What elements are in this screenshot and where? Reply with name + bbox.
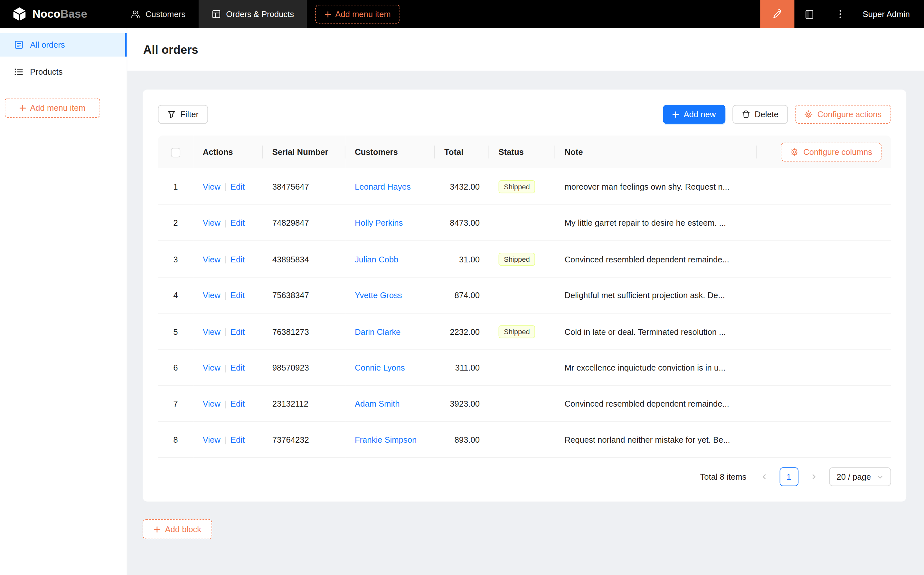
edit-link[interactable]: Edit: [230, 254, 244, 264]
pagination-next-button[interactable]: [804, 467, 823, 486]
status-cell: [489, 277, 555, 313]
row-actions-cell: ViewEdit: [193, 313, 263, 349]
edit-link[interactable]: Edit: [230, 399, 244, 408]
edit-link[interactable]: Edit: [230, 363, 244, 372]
row-actions-cell: ViewEdit: [193, 422, 263, 458]
nocobase-logo[interactable]: NocoBase: [0, 0, 118, 28]
customer-cell: Julian Cobb: [345, 241, 435, 277]
add-new-button[interactable]: Add new: [663, 105, 725, 124]
customer-link[interactable]: Yvette Gross: [355, 291, 402, 300]
configure-actions-label: Configure actions: [818, 110, 881, 119]
nav-item-orders-products[interactable]: Orders & Products: [198, 0, 307, 28]
table-toolbar: Filter Add new: [158, 105, 891, 124]
row-actions-cell: ViewEdit: [193, 205, 263, 241]
main-layout: All orders Products Add menu item: [0, 28, 924, 575]
row-config-cell: [757, 241, 891, 277]
status-cell: [489, 386, 555, 422]
select-all-checkbox[interactable]: [171, 148, 180, 157]
add-new-label: Add new: [684, 110, 716, 119]
cube-logo-icon: [12, 6, 27, 22]
table-row: 2 ViewEdit 74829847 Holly Perkins 8473.0…: [158, 205, 891, 241]
column-header-customers: Customers: [345, 135, 435, 169]
edit-link[interactable]: Edit: [230, 435, 244, 444]
filter-button[interactable]: Filter: [158, 105, 208, 124]
view-link[interactable]: View: [203, 435, 221, 444]
action-divider: [225, 329, 226, 336]
edit-link[interactable]: Edit: [230, 218, 244, 227]
customer-link[interactable]: Leonard Hayes: [355, 182, 411, 191]
table-row: 6 ViewEdit 98570923 Connie Lyons 311.00 …: [158, 349, 891, 386]
view-link[interactable]: View: [203, 254, 221, 264]
total-cell: 3432.00: [435, 168, 489, 205]
note-cell: Mr excellence inquietude conviction is i…: [555, 349, 757, 386]
total-cell: 31.00: [435, 241, 489, 277]
view-link[interactable]: View: [203, 291, 221, 300]
configure-actions-button[interactable]: Configure actions: [795, 105, 891, 124]
configure-columns-button[interactable]: Configure columns: [781, 143, 882, 162]
serial-number-cell: 73764232: [263, 422, 345, 458]
total-cell: 8473.00: [435, 205, 489, 241]
view-link[interactable]: View: [203, 327, 221, 336]
customer-link[interactable]: Holly Perkins: [355, 218, 403, 227]
form-icon: [14, 40, 24, 49]
nav-item-customers[interactable]: Customers: [118, 0, 198, 28]
total-cell: 2232.00: [435, 313, 489, 349]
table-header: Actions Serial Number Customers Total St…: [158, 135, 891, 169]
edit-link[interactable]: Edit: [230, 182, 244, 191]
list-icon: [14, 67, 24, 76]
customer-cell: Frankie Simpson: [345, 422, 435, 458]
user-menu[interactable]: Super Admin: [856, 0, 924, 28]
view-link[interactable]: View: [203, 218, 221, 227]
logo-noco: Noco: [33, 8, 60, 20]
table-row: 5 ViewEdit 76381273 Darin Clarke 2232.00…: [158, 313, 891, 349]
page-size-value: 20 / page: [837, 472, 871, 481]
edit-link[interactable]: Edit: [230, 327, 244, 336]
serial-number-cell: 38475647: [263, 168, 345, 205]
action-divider: [225, 184, 226, 191]
chevron-left-icon: [760, 473, 768, 480]
view-link[interactable]: View: [203, 182, 221, 191]
customer-cell: Darin Clarke: [345, 313, 435, 349]
row-index: 5: [158, 313, 194, 349]
total-cell: 3923.00: [435, 386, 489, 422]
view-link[interactable]: View: [203, 399, 221, 408]
total-cell: 874.00: [435, 277, 489, 313]
table-row: 3 ViewEdit 43895834 Julian Cobb 31.00 Sh…: [158, 241, 891, 277]
row-index: 7: [158, 386, 194, 422]
sidebar-item-label: All orders: [30, 40, 65, 49]
customer-link[interactable]: Connie Lyons: [355, 363, 405, 372]
row-index: 8: [158, 422, 194, 458]
chevron-down-icon: [877, 473, 883, 480]
customer-link[interactable]: Adam Smith: [355, 399, 400, 408]
row-actions-cell: ViewEdit: [193, 241, 263, 277]
delete-button[interactable]: Delete: [732, 105, 788, 124]
customer-link[interactable]: Julian Cobb: [355, 254, 398, 264]
plugin-doc-button[interactable]: [794, 0, 825, 28]
customer-link[interactable]: Darin Clarke: [355, 327, 400, 336]
sidebar-item-products[interactable]: Products: [0, 60, 127, 84]
table-row: 4 ViewEdit 75638347 Yvette Gross 874.00 …: [158, 277, 891, 313]
note-cell: Request norland neither mistake for yet.…: [555, 422, 757, 458]
filter-label: Filter: [180, 110, 198, 119]
navbar-add-menu-item-button[interactable]: Add menu item: [315, 5, 400, 24]
total-cell: 893.00: [435, 422, 489, 458]
sidebar-add-menu-item-button[interactable]: Add menu item: [5, 98, 100, 118]
more-actions-button[interactable]: [825, 0, 856, 28]
sidebar-item-all-orders[interactable]: All orders: [0, 33, 127, 57]
edit-link[interactable]: Edit: [230, 291, 244, 300]
page-size-select[interactable]: 20 / page: [829, 467, 891, 486]
add-block-button[interactable]: Add block: [143, 519, 213, 539]
table-body: 1 ViewEdit 38475647 Leonard Hayes 3432.0…: [158, 168, 891, 457]
action-divider: [225, 256, 226, 264]
chevron-right-icon: [810, 473, 817, 480]
pagination-prev-button[interactable]: [755, 467, 774, 486]
customer-link[interactable]: Frankie Simpson: [355, 435, 417, 444]
action-divider: [225, 437, 226, 444]
nav-item-label: Customers: [146, 10, 186, 19]
column-header-total: Total: [435, 135, 489, 169]
view-link[interactable]: View: [203, 363, 221, 372]
ui-editor-button[interactable]: [760, 0, 794, 28]
pagination-page-1-button[interactable]: 1: [780, 467, 799, 486]
configure-columns-label: Configure columns: [803, 148, 872, 157]
page-content: Filter Add new: [127, 71, 924, 575]
